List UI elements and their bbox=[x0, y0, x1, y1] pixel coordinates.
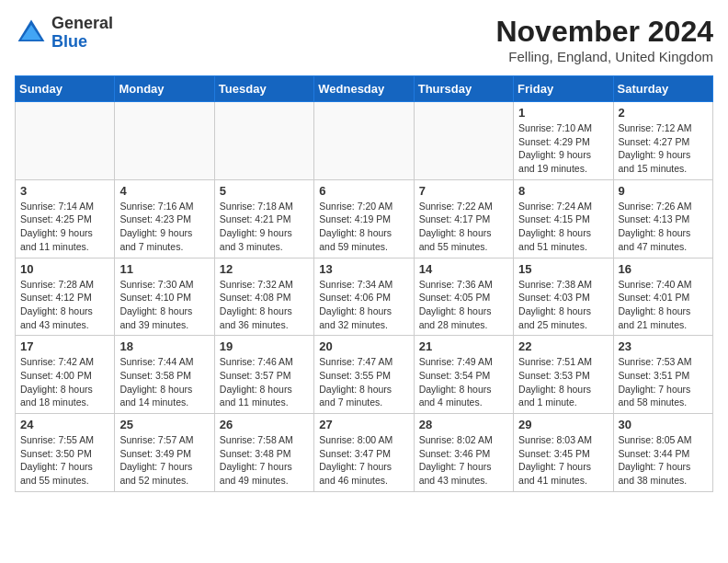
calendar-cell: 1Sunrise: 7:10 AMSunset: 4:29 PMDaylight… bbox=[514, 102, 613, 180]
day-info: Sunrise: 8:05 AMSunset: 3:44 PMDaylight:… bbox=[619, 433, 708, 488]
calendar-cell: 15Sunrise: 7:38 AMSunset: 4:03 PMDayligh… bbox=[514, 258, 613, 336]
weekday-header-row: SundayMondayTuesdayWednesdayThursdayFrid… bbox=[16, 76, 713, 102]
weekday-header-friday: Friday bbox=[514, 76, 613, 102]
day-number: 9 bbox=[619, 184, 708, 198]
calendar-cell: 12Sunrise: 7:32 AMSunset: 4:08 PMDayligh… bbox=[214, 258, 313, 336]
calendar-cell: 21Sunrise: 7:49 AMSunset: 3:54 PMDayligh… bbox=[414, 336, 513, 414]
calendar-cell: 29Sunrise: 8:03 AMSunset: 3:45 PMDayligh… bbox=[514, 414, 613, 492]
logo-text: General Blue bbox=[51, 15, 113, 52]
day-number: 20 bbox=[319, 339, 408, 353]
day-number: 5 bbox=[220, 184, 309, 198]
day-number: 29 bbox=[518, 418, 608, 431]
day-info: Sunrise: 7:49 AMSunset: 3:54 PMDaylight:… bbox=[419, 355, 508, 409]
logo: General Blue bbox=[15, 15, 113, 52]
calendar-cell bbox=[214, 102, 313, 180]
calendar-cell: 4Sunrise: 7:16 AMSunset: 4:23 PMDaylight… bbox=[115, 179, 214, 258]
calendar-cell: 24Sunrise: 7:55 AMSunset: 3:50 PMDayligh… bbox=[16, 414, 115, 492]
day-number: 7 bbox=[419, 184, 508, 198]
calendar-cell: 20Sunrise: 7:47 AMSunset: 3:55 PMDayligh… bbox=[314, 336, 414, 414]
calendar-cell bbox=[414, 102, 513, 180]
calendar-cell: 27Sunrise: 8:00 AMSunset: 3:47 PMDayligh… bbox=[314, 414, 414, 492]
calendar-cell: 26Sunrise: 7:58 AMSunset: 3:48 PMDayligh… bbox=[214, 414, 313, 492]
calendar-cell: 14Sunrise: 7:36 AMSunset: 4:05 PMDayligh… bbox=[414, 258, 513, 336]
day-number: 16 bbox=[619, 262, 708, 276]
calendar-cell: 9Sunrise: 7:26 AMSunset: 4:13 PMDaylight… bbox=[613, 179, 712, 258]
calendar-cell: 18Sunrise: 7:44 AMSunset: 3:58 PMDayligh… bbox=[115, 336, 214, 414]
day-info: Sunrise: 7:57 AMSunset: 3:49 PMDaylight:… bbox=[119, 433, 209, 488]
day-number: 1 bbox=[518, 106, 608, 120]
day-info: Sunrise: 7:16 AMSunset: 4:23 PMDaylight:… bbox=[119, 200, 209, 254]
calendar-week-5: 24Sunrise: 7:55 AMSunset: 3:50 PMDayligh… bbox=[16, 414, 713, 492]
day-info: Sunrise: 7:24 AMSunset: 4:15 PMDaylight:… bbox=[518, 200, 608, 254]
day-info: Sunrise: 7:53 AMSunset: 3:51 PMDaylight:… bbox=[619, 355, 708, 409]
weekday-header-saturday: Saturday bbox=[613, 76, 712, 102]
logo-icon bbox=[15, 17, 48, 50]
calendar-cell: 7Sunrise: 7:22 AMSunset: 4:17 PMDaylight… bbox=[414, 179, 513, 258]
weekday-header-thursday: Thursday bbox=[414, 76, 513, 102]
day-number: 30 bbox=[619, 418, 708, 431]
calendar-cell: 13Sunrise: 7:34 AMSunset: 4:06 PMDayligh… bbox=[314, 258, 414, 336]
calendar-cell: 16Sunrise: 7:40 AMSunset: 4:01 PMDayligh… bbox=[613, 258, 712, 336]
calendar-cell: 10Sunrise: 7:28 AMSunset: 4:12 PMDayligh… bbox=[16, 258, 115, 336]
weekday-header-monday: Monday bbox=[115, 76, 214, 102]
calendar-week-1: 1Sunrise: 7:10 AMSunset: 4:29 PMDaylight… bbox=[16, 102, 713, 180]
day-info: Sunrise: 7:22 AMSunset: 4:17 PMDaylight:… bbox=[419, 200, 508, 254]
day-number: 27 bbox=[319, 418, 408, 431]
calendar: SundayMondayTuesdayWednesdayThursdayFrid… bbox=[15, 75, 713, 492]
day-number: 2 bbox=[619, 106, 708, 120]
calendar-cell: 23Sunrise: 7:53 AMSunset: 3:51 PMDayligh… bbox=[613, 336, 712, 414]
day-info: Sunrise: 7:36 AMSunset: 4:05 PMDaylight:… bbox=[419, 278, 508, 332]
day-info: Sunrise: 7:26 AMSunset: 4:13 PMDaylight:… bbox=[619, 200, 708, 254]
title-block: November 2024 Felling, England, United K… bbox=[495, 15, 713, 64]
day-number: 19 bbox=[220, 339, 309, 353]
calendar-cell bbox=[16, 102, 115, 180]
calendar-cell: 25Sunrise: 7:57 AMSunset: 3:49 PMDayligh… bbox=[115, 414, 214, 492]
day-number: 3 bbox=[20, 184, 109, 198]
calendar-week-3: 10Sunrise: 7:28 AMSunset: 4:12 PMDayligh… bbox=[16, 258, 713, 336]
month-title: November 2024 bbox=[495, 15, 713, 49]
day-info: Sunrise: 7:46 AMSunset: 3:57 PMDaylight:… bbox=[220, 355, 309, 409]
day-info: Sunrise: 7:44 AMSunset: 3:58 PMDaylight:… bbox=[119, 355, 209, 409]
day-number: 25 bbox=[119, 418, 209, 431]
day-number: 28 bbox=[419, 418, 508, 431]
day-info: Sunrise: 7:14 AMSunset: 4:25 PMDaylight:… bbox=[20, 200, 109, 254]
day-number: 12 bbox=[220, 262, 309, 276]
calendar-cell: 2Sunrise: 7:12 AMSunset: 4:27 PMDaylight… bbox=[613, 102, 712, 180]
day-number: 17 bbox=[20, 339, 109, 353]
calendar-cell: 3Sunrise: 7:14 AMSunset: 4:25 PMDaylight… bbox=[16, 179, 115, 258]
day-info: Sunrise: 8:03 AMSunset: 3:45 PMDaylight:… bbox=[518, 433, 608, 488]
day-info: Sunrise: 8:00 AMSunset: 3:47 PMDaylight:… bbox=[319, 433, 408, 488]
calendar-week-4: 17Sunrise: 7:42 AMSunset: 4:00 PMDayligh… bbox=[16, 336, 713, 414]
day-info: Sunrise: 7:58 AMSunset: 3:48 PMDaylight:… bbox=[220, 433, 309, 488]
day-number: 24 bbox=[20, 418, 109, 431]
day-info: Sunrise: 7:42 AMSunset: 4:00 PMDaylight:… bbox=[20, 355, 109, 409]
day-number: 10 bbox=[20, 262, 109, 276]
day-number: 18 bbox=[119, 339, 209, 353]
calendar-cell: 22Sunrise: 7:51 AMSunset: 3:53 PMDayligh… bbox=[514, 336, 613, 414]
calendar-cell: 28Sunrise: 8:02 AMSunset: 3:46 PMDayligh… bbox=[414, 414, 513, 492]
day-info: Sunrise: 7:34 AMSunset: 4:06 PMDaylight:… bbox=[319, 278, 408, 332]
calendar-cell: 19Sunrise: 7:46 AMSunset: 3:57 PMDayligh… bbox=[214, 336, 313, 414]
day-info: Sunrise: 7:12 AMSunset: 4:27 PMDaylight:… bbox=[619, 121, 708, 176]
day-number: 6 bbox=[319, 184, 408, 198]
location: Felling, England, United Kingdom bbox=[495, 49, 713, 64]
day-number: 14 bbox=[419, 262, 508, 276]
day-number: 8 bbox=[518, 184, 608, 198]
day-number: 4 bbox=[119, 184, 209, 198]
day-number: 13 bbox=[319, 262, 408, 276]
weekday-header-wednesday: Wednesday bbox=[314, 76, 414, 102]
calendar-cell: 6Sunrise: 7:20 AMSunset: 4:19 PMDaylight… bbox=[314, 179, 414, 258]
calendar-cell: 17Sunrise: 7:42 AMSunset: 4:00 PMDayligh… bbox=[16, 336, 115, 414]
calendar-cell: 5Sunrise: 7:18 AMSunset: 4:21 PMDaylight… bbox=[214, 179, 313, 258]
day-number: 26 bbox=[220, 418, 309, 431]
day-number: 11 bbox=[119, 262, 209, 276]
day-number: 21 bbox=[419, 339, 508, 353]
calendar-cell bbox=[314, 102, 414, 180]
day-info: Sunrise: 7:18 AMSunset: 4:21 PMDaylight:… bbox=[220, 200, 309, 254]
calendar-cell bbox=[115, 102, 214, 180]
page-header: General Blue November 2024 Felling, Engl… bbox=[15, 15, 713, 64]
day-info: Sunrise: 7:32 AMSunset: 4:08 PMDaylight:… bbox=[220, 278, 309, 332]
weekday-header-sunday: Sunday bbox=[16, 76, 115, 102]
calendar-cell: 8Sunrise: 7:24 AMSunset: 4:15 PMDaylight… bbox=[514, 179, 613, 258]
day-info: Sunrise: 7:28 AMSunset: 4:12 PMDaylight:… bbox=[20, 278, 109, 332]
